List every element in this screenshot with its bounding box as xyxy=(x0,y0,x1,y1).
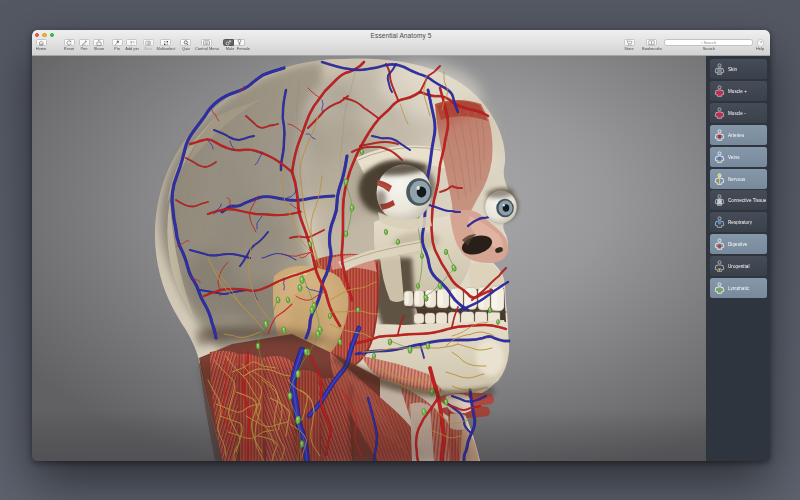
systems-sidebar: SkinMuscle +Muscle -ArteriesVeinsNervous… xyxy=(706,56,770,461)
multiselect-icon xyxy=(163,40,169,46)
pen-icon xyxy=(81,40,87,46)
person-digestive-icon xyxy=(710,238,725,250)
toolbar-item-multiselect: Multiselect xyxy=(160,39,171,46)
slice-icon xyxy=(145,40,151,46)
window-content: SkinMuscle +Muscle -ArteriesVeinsNervous… xyxy=(32,56,770,461)
gender-segmented-control: MaleFemale xyxy=(223,39,245,55)
bookmarks-label: Bookmarks xyxy=(641,47,661,51)
toolbar-item-bookmarks: Bookmarks xyxy=(646,39,657,46)
app-window: Essential Anatomy 5 HomeResetPenSharePin… xyxy=(32,30,770,461)
reset-button[interactable] xyxy=(64,39,75,46)
system-label: Urogenital xyxy=(728,264,750,269)
sidebar-item-connective-tissue[interactable]: Connective Tissue xyxy=(710,190,767,210)
person-muscle-icon xyxy=(710,107,725,119)
desktop-background: Essential Anatomy 5 HomeResetPenSharePin… xyxy=(0,0,800,500)
slice-button[interactable] xyxy=(143,39,154,46)
toolbar-item-pin: Pin xyxy=(112,39,123,46)
sidebar-item-skin[interactable]: Skin xyxy=(710,59,767,79)
home-icon xyxy=(38,40,45,46)
toolbar-item-help: ?Help xyxy=(757,39,765,47)
bookmarks-button[interactable] xyxy=(646,39,657,46)
toolbar-item-share: Share xyxy=(93,39,104,46)
female-button[interactable] xyxy=(234,39,245,46)
system-label: Muscle - xyxy=(728,110,746,115)
system-label: Skin xyxy=(728,67,737,72)
multiselect-label: Multiselect xyxy=(156,47,175,51)
toolbar-item-quiz: Quiz xyxy=(180,39,191,46)
toolbar-item-add-pin: Add pin xyxy=(126,39,137,46)
sidebar-item-muscle-plus[interactable]: Muscle + xyxy=(710,81,767,101)
bookmarks-icon xyxy=(648,40,655,46)
anatomy-viewport[interactable] xyxy=(32,56,706,461)
help-label: Help xyxy=(756,47,764,51)
add-pin-icon xyxy=(129,40,135,46)
home-label: Home xyxy=(36,47,47,51)
share-button[interactable] xyxy=(93,39,104,46)
male-button[interactable] xyxy=(223,39,234,46)
system-label: Respiratory xyxy=(728,220,752,225)
multiselect-button[interactable] xyxy=(160,39,171,46)
help-button[interactable]: ? xyxy=(757,39,765,47)
toolbar-item-home: Home xyxy=(36,39,47,46)
sidebar-item-arteries[interactable]: Arteries xyxy=(710,125,767,145)
person-muscle-icon xyxy=(710,85,725,97)
pen-button[interactable] xyxy=(79,39,90,46)
quiz-label: Quiz xyxy=(182,47,190,51)
person-veins-icon xyxy=(710,151,725,163)
pin-button[interactable] xyxy=(112,39,123,46)
store-icon xyxy=(626,40,633,46)
sidebar-item-nervous[interactable]: Nervous xyxy=(710,169,767,189)
reset-label: Reset xyxy=(64,47,74,51)
control-menu-icon xyxy=(203,40,210,46)
toolbar-item-store: Store xyxy=(624,39,635,46)
person-urogenital-icon xyxy=(710,260,725,272)
male-label: Male xyxy=(226,47,232,51)
window-header: Essential Anatomy 5 HomeResetPenSharePin… xyxy=(32,30,770,56)
home-button[interactable] xyxy=(36,39,47,46)
slice-label: Slice xyxy=(144,47,153,51)
help-icon: ? xyxy=(758,40,764,46)
quiz-button[interactable] xyxy=(180,39,191,46)
system-label: Muscle + xyxy=(728,88,747,93)
sidebar-item-digestive[interactable]: Digestive xyxy=(710,234,767,254)
sidebar-item-muscle-minus[interactable]: Muscle - xyxy=(710,103,767,123)
sidebar-item-lymphatic[interactable]: Lymphatic xyxy=(710,278,767,298)
female-label: Female xyxy=(237,47,243,51)
svg-text:?: ? xyxy=(759,40,762,45)
quiz-icon xyxy=(183,40,189,46)
toolbar-item-pen: Pen xyxy=(79,39,90,46)
anatomy-3d-model xyxy=(32,56,706,461)
search-input[interactable]: Search xyxy=(664,39,753,46)
person-nervous-icon xyxy=(710,173,725,185)
toolbar-item-control-menu: Control Menu xyxy=(201,39,212,46)
store-button[interactable] xyxy=(624,39,635,46)
system-label: Nervous xyxy=(728,176,745,181)
search-placeholder: Search xyxy=(704,40,717,45)
sidebar-item-urogenital[interactable]: Urogenital xyxy=(710,256,767,276)
control-menu-label: Control Menu xyxy=(195,47,219,51)
toolbar-item-search: SearchSearch xyxy=(664,39,753,46)
share-label: Share xyxy=(93,47,104,51)
reset-icon xyxy=(66,40,72,46)
add-pin-button[interactable] xyxy=(126,39,137,46)
share-icon xyxy=(96,40,102,46)
system-label: Arteries xyxy=(728,132,744,137)
system-label: Connective Tissue xyxy=(728,198,766,203)
person-lymphatic-icon xyxy=(710,282,725,294)
sidebar-item-veins[interactable]: Veins xyxy=(710,147,767,167)
add-pin-label: Add pin xyxy=(125,47,139,51)
system-label: Digestive xyxy=(728,242,747,247)
toolbar: HomeResetPenSharePinAdd pinSliceMultisel… xyxy=(32,39,770,56)
pen-label: Pen xyxy=(81,47,88,51)
person-connective-icon xyxy=(710,194,725,206)
pin-label: Pin xyxy=(114,47,120,51)
control-menu-button[interactable] xyxy=(201,39,212,46)
pin-icon xyxy=(114,40,120,46)
person-respiratory-icon xyxy=(710,216,725,228)
system-label: Veins xyxy=(728,154,740,159)
toolbar-item-slice: Slice xyxy=(143,39,154,46)
person-skin-icon xyxy=(710,63,725,75)
male-icon xyxy=(225,40,232,46)
search-label: Search xyxy=(702,47,715,51)
sidebar-item-respiratory[interactable]: Respiratory xyxy=(710,212,767,232)
